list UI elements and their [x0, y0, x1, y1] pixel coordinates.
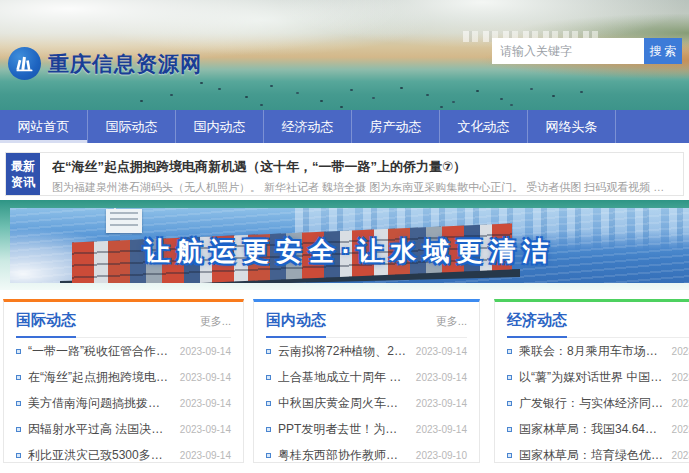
news-item[interactable]: PPT发明者去世！为啥PPT成为职场打工人... 2023-09-14	[266, 417, 467, 442]
column-economic: 经济动态 更多... 乘联会：8月乘用车市场零售达192.0... 2023-0…	[494, 299, 689, 463]
badge-line-2: 资讯	[11, 174, 35, 190]
ticker-body: 在“海丝”起点拥抱跨境电商新机遇（这十年，“一带一路”上的侨力量⑦） 图为福建泉…	[40, 153, 683, 195]
column-header: 国内动态 更多...	[266, 302, 467, 338]
bullet-icon	[507, 453, 512, 458]
news-item[interactable]: 云南拟将72种植物、26种野生动物纳入重... 2023-09-14	[266, 339, 467, 364]
news-item-title: 利比亚洪灾已致5300多人遇难 上万人失踪	[28, 447, 172, 463]
bullet-icon	[507, 375, 512, 380]
shipping-banner[interactable]: 让航运更安全·让水域更清洁	[10, 208, 689, 283]
bullet-icon	[16, 375, 21, 380]
nav-item-economic[interactable]: 经济动态	[264, 110, 352, 143]
news-item[interactable]: 广发银行：与实体经济同频共振 与人... 2023-09-11	[507, 391, 689, 416]
news-columns: 国际动态 更多... “一带一路”税收征管合作论坛举办 2023-09-14 在…	[3, 299, 689, 463]
news-item-date: 2023-09-14	[180, 372, 231, 383]
news-item-title: 广发银行：与实体经济同频共振 与人...	[519, 395, 664, 412]
news-item[interactable]: 国家林草局：培育绿色优质林产品 让... 2023-09-11	[507, 443, 689, 463]
ticker-headline[interactable]: 在“海丝”起点拥抱跨境电商新机遇（这十年，“一带一路”上的侨力量⑦）	[52, 158, 673, 176]
logo-icon	[8, 47, 41, 80]
bullet-icon	[266, 375, 271, 380]
bullet-icon	[507, 427, 512, 432]
nav-item-international[interactable]: 国际动态	[88, 110, 176, 143]
news-item[interactable]: “一带一路”税收征管合作论坛举办 2023-09-14	[16, 339, 231, 364]
news-item[interactable]: 粤桂东西部协作教师帮扶团队：做好教育... 2023-09-10	[266, 443, 467, 463]
more-link[interactable]: 更多...	[200, 314, 231, 329]
news-item-title: 乘联会：8月乘用车市场零售达192.0...	[519, 343, 664, 360]
column-title: 国内动态	[266, 311, 326, 330]
news-item-title: 在“海丝”起点拥抱跨境电商新机遇（这十年...	[28, 369, 172, 386]
news-item-title: 美方借南海问题搞挑拨外交不会有市场（钟声）	[28, 395, 172, 412]
news-item-date: 2023-09-10	[416, 450, 467, 461]
nav-item-realestate[interactable]: 房产动态	[352, 110, 440, 143]
search-bar: 搜索	[492, 38, 682, 64]
news-item-date: 2023-09-14	[416, 398, 467, 409]
column-header: 国际动态 更多...	[16, 302, 231, 338]
search-input[interactable]	[492, 38, 644, 64]
news-item-title: 国家林草局：我国34.64亿亩森林蕴藏...	[519, 421, 664, 438]
news-item-title: 粤桂东西部协作教师帮扶团队：做好教育...	[278, 447, 408, 463]
news-item-date: 2023-09-14	[180, 346, 231, 357]
column-title: 经济动态	[507, 311, 567, 330]
nav-item-culture[interactable]: 文化动态	[440, 110, 528, 143]
search-button[interactable]: 搜索	[644, 38, 682, 64]
news-item-date: 2023-09-14	[416, 372, 467, 383]
news-item-title: 国家林草局：培育绿色优质林产品 让...	[519, 447, 664, 463]
column-header: 经济动态 更多...	[507, 302, 689, 338]
news-item[interactable]: 中秋国庆黄金周火车票开售 2023-09-14	[266, 391, 467, 416]
news-item[interactable]: 上合基地成立十周年 为上合成员国培养各... 2023-09-14	[266, 365, 467, 390]
badge-line-1: 最新	[11, 158, 35, 174]
bullet-icon	[16, 401, 21, 406]
news-item-title: “一带一路”税收征管合作论坛举办	[28, 343, 172, 360]
news-item-title: 云南拟将72种植物、26种野生动物纳入重...	[278, 343, 408, 360]
news-item[interactable]: 在“海丝”起点拥抱跨境电商新机遇（这十年... 2023-09-14	[16, 365, 231, 390]
news-item-date: 2023-09-14	[180, 450, 231, 461]
bullet-icon	[266, 453, 271, 458]
page: 重庆信息资源网 搜索 网站首页 国际动态 国内动态 经济动态 房产动态 文化动态…	[0, 0, 689, 473]
news-item-date: 2023-09-11	[672, 398, 689, 409]
bullet-icon	[16, 349, 21, 354]
news-item-date: 2023-09-14	[416, 346, 467, 357]
news-item-date: 2023-09-14	[416, 424, 467, 435]
news-item-date: 2023-09-11	[672, 372, 689, 383]
news-item[interactable]: 美方借南海问题搞挑拨外交不会有市场（钟声） 2023-09-14	[16, 391, 231, 416]
header-banner-photo: 重庆信息资源网 搜索	[0, 0, 689, 110]
news-item-date: 2023-09-11	[672, 424, 689, 435]
banner-band: 让航运更安全·让水域更清洁	[0, 200, 689, 290]
news-item-title: 中秋国庆黄金周火车票开售	[278, 395, 408, 412]
nav-item-domestic[interactable]: 国内动态	[176, 110, 264, 143]
latest-news-ticker: 最新 资讯 在“海丝”起点拥抱跨境电商新机遇（这十年，“一带一路”上的侨力量⑦）…	[5, 152, 684, 196]
bullet-icon	[16, 453, 21, 458]
boats-decoration	[200, 82, 203, 84]
news-item-date: 2023-09-14	[180, 398, 231, 409]
bullet-icon	[507, 401, 512, 406]
news-item[interactable]: 以“薯”为媒对话世界 中国·定西马铃... 2023-09-11	[507, 365, 689, 390]
bullet-icon	[266, 427, 271, 432]
news-item-title: 上合基地成立十周年 为上合成员国培养各...	[278, 369, 408, 386]
nav-item-home[interactable]: 网站首页	[0, 110, 88, 143]
bullet-icon	[16, 427, 21, 432]
bullet-icon	[266, 401, 271, 406]
news-item-date: 2023-09-14	[180, 424, 231, 435]
column-title: 国际动态	[16, 311, 76, 330]
news-item-title: 以“薯”为媒对话世界 中国·定西马铃...	[519, 369, 664, 386]
bullet-icon	[507, 349, 512, 354]
news-item[interactable]: 因辐射水平过高 法国决定禁售iPhone 12 2023-09-14	[16, 417, 231, 442]
column-domestic: 国内动态 更多... 云南拟将72种植物、26种野生动物纳入重... 2023-…	[253, 299, 480, 463]
ship-bridge-decoration	[106, 209, 142, 233]
news-item[interactable]: 国家林草局：我国34.64亿亩森林蕴藏... 2023-09-11	[507, 417, 689, 442]
latest-news-badge: 最新 资讯	[6, 153, 40, 195]
news-item-date: 2023-09-11	[672, 450, 689, 461]
ticker-summary: 图为福建泉州港石湖码头（无人机照片）。 新华社记者 魏培全摄 图为东南亚采购集散…	[52, 180, 673, 195]
column-international: 国际动态 更多... “一带一路”税收征管合作论坛举办 2023-09-14 在…	[3, 299, 244, 463]
news-item-date: 2023-09-11	[672, 346, 689, 357]
news-item[interactable]: 利比亚洪灾已致5300多人遇难 上万人失踪 2023-09-14	[16, 443, 231, 463]
site-logo[interactable]: 重庆信息资源网	[8, 47, 202, 80]
news-item-title: PPT发明者去世！为啥PPT成为职场打工人...	[278, 421, 408, 438]
main-nav: 网站首页 国际动态 国内动态 经济动态 房产动态 文化动态 网络头条	[0, 110, 689, 143]
bullet-icon	[266, 349, 271, 354]
news-item[interactable]: 乘联会：8月乘用车市场零售达192.0... 2023-09-11	[507, 339, 689, 364]
banner-slogan: 让航运更安全·让水域更清洁	[10, 234, 689, 269]
more-link[interactable]: 更多...	[436, 314, 467, 329]
nav-item-headlines[interactable]: 网络头条	[528, 110, 616, 143]
news-item-title: 因辐射水平过高 法国决定禁售iPhone 12	[28, 421, 172, 438]
site-title: 重庆信息资源网	[48, 50, 202, 78]
